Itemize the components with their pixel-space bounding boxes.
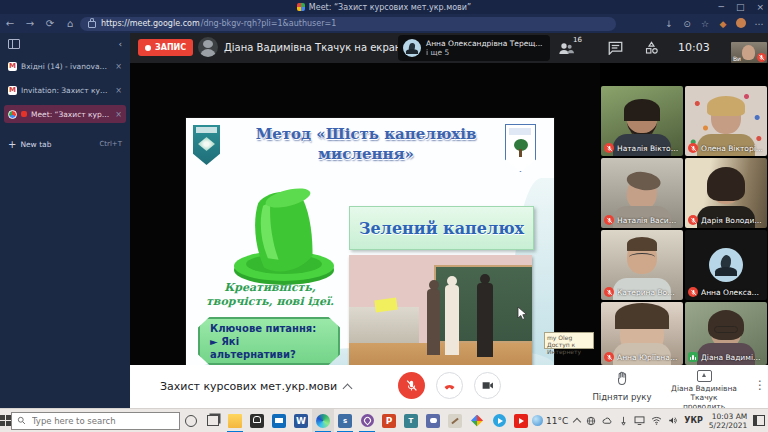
participant-tile[interactable]: Наталія Васил...: [601, 158, 683, 228]
volume-icon[interactable]: [668, 416, 678, 425]
meet-bottom-bar: Захист курсових мет.укр.мови Підняти рук…: [130, 365, 768, 408]
school-emblem-left: [193, 125, 220, 165]
participant-tile[interactable]: Олена Вікторі...: [685, 86, 767, 156]
hidden-icons-chevron[interactable]: [573, 417, 581, 425]
hand-icon: [615, 371, 629, 386]
close-button[interactable]: ×: [756, 0, 764, 14]
participant-pip[interactable]: Анна Олександрівна Терещ... і ще 5: [398, 35, 550, 61]
pip-avatar: [403, 39, 421, 57]
microsoft-store-icon[interactable]: [246, 409, 268, 432]
vertical-tabs-icon[interactable]: [8, 39, 20, 49]
telegram-icon[interactable]: [488, 409, 510, 432]
person-figure: [477, 283, 493, 357]
change-layout-icon[interactable]: [644, 40, 659, 59]
maximize-button[interactable]: □: [736, 0, 745, 14]
tray-date: 5/22/2021: [709, 421, 747, 430]
pip-more-count: і ще 5: [426, 48, 543, 57]
discord-app-icon[interactable]: [422, 409, 444, 432]
pen-icon[interactable]: [619, 416, 628, 426]
paint-app-icon[interactable]: [444, 409, 466, 432]
extension-icon[interactable]: ◆: [714, 19, 732, 29]
file-explorer-icon[interactable]: [224, 409, 246, 432]
favorites-star-icon[interactable]: ☆: [696, 19, 714, 29]
tray-clock[interactable]: 10:03 AM 5/22/2021: [709, 412, 747, 430]
participants-icon[interactable]: 16: [558, 40, 574, 59]
minimize-button[interactable]: ─: [719, 0, 724, 14]
participant-name: Дарія Володи...: [701, 216, 762, 225]
participant-tile[interactable]: Анна Юріївна ...: [601, 302, 683, 365]
participants-count: 16: [573, 36, 582, 44]
participant-tile[interactable]: Наталія Віктор...: [601, 86, 683, 156]
lock-icon: [88, 21, 96, 28]
gmail-favicon-icon: M: [8, 86, 17, 95]
browser-toolbar: ← → ⟳ ⌂ https://meet.google.com/dng-bkgv…: [0, 14, 768, 33]
window-titlebar: Meet: “Захист курсових мет.укр.мови” ─ □…: [0, 0, 768, 14]
raise-hand-button[interactable]: Підняти руку: [592, 371, 652, 402]
presentation-stage: Метод «Шість капелюхів мислення» Зелений…: [130, 63, 600, 365]
participant-tile[interactable]: Діана Вадимів...: [685, 302, 767, 365]
gmail-favicon-icon: M: [8, 62, 17, 71]
participant-tile[interactable]: Катерина Вол...: [601, 230, 683, 300]
skype-app-icon[interactable]: s: [334, 409, 356, 432]
participant-tile[interactable]: Дарія Володи...: [685, 158, 767, 228]
school-emblem-right: [505, 124, 536, 172]
screen: Meet: “Захист курсових мет.укр.мови” ─ □…: [0, 0, 768, 432]
collapse-pane-icon[interactable]: ‹: [118, 39, 122, 49]
language-indicator[interactable]: УКР: [684, 416, 703, 425]
chat-icon[interactable]: [608, 40, 623, 59]
more-options-icon[interactable]: ⋮: [754, 378, 766, 392]
edge-browser-icon[interactable]: [312, 409, 334, 432]
tab-close-icon[interactable]: ×: [115, 86, 122, 95]
network-globe-icon[interactable]: [586, 416, 596, 426]
tab-close-icon[interactable]: ×: [115, 62, 122, 71]
photos-pinwheel-icon[interactable]: [466, 409, 488, 432]
profile-avatar[interactable]: [732, 18, 750, 30]
forward-icon[interactable]: →: [20, 18, 40, 29]
youtube-icon[interactable]: [510, 409, 532, 432]
participant-avatar: [709, 248, 743, 282]
taskbar-search[interactable]: [11, 412, 180, 430]
slide-heading: Зелений капелюх: [359, 219, 524, 238]
home-icon[interactable]: ⌂: [60, 18, 80, 29]
viber-icon[interactable]: [356, 409, 378, 432]
read-aloud-icon[interactable]: ⊙: [678, 19, 696, 29]
wifi-icon[interactable]: [651, 416, 662, 425]
tab-recording-icon: [21, 111, 27, 117]
participant-tile[interactable]: Анна Олексан...: [685, 230, 767, 300]
presenting-banner: Діана Вадимівна Ткачук на екрані: [224, 42, 404, 53]
meeting-name[interactable]: Захист курсових мет.укр.мови: [160, 380, 351, 393]
person-figure: [445, 285, 459, 355]
address-bar[interactable]: https://meet.google.com/dng-bkgv-rqh?pli…: [80, 17, 616, 31]
tab-meet-active[interactable]: Meet: “Захист курсових ме ×: [4, 105, 126, 123]
refresh-icon[interactable]: ⟳: [40, 18, 60, 29]
mic-toggle-button[interactable]: [398, 372, 425, 399]
meeting-clock: 10:03: [678, 41, 710, 54]
cortana-icon[interactable]: [180, 409, 202, 432]
self-view-tile[interactable]: Ви: [731, 42, 767, 63]
onedrive-cloud-icon[interactable]: [602, 416, 613, 425]
teams-app-icon[interactable]: T: [400, 409, 422, 432]
url-domain: https://meet.google.com: [101, 19, 200, 28]
downloads-icon[interactable]: ↓: [660, 19, 678, 29]
action-center-icon[interactable]: [753, 415, 765, 426]
leave-call-button[interactable]: [436, 372, 463, 399]
search-input[interactable]: [30, 415, 174, 427]
participant-name: Анна Олексан...: [701, 288, 763, 297]
tab-close-icon[interactable]: ×: [115, 110, 122, 119]
tab-gmail-inbox[interactable]: M Вхідні (14) - ivanovaanna0@g ×: [4, 57, 126, 75]
mail-app-icon[interactable]: [268, 409, 290, 432]
tab-invitation[interactable]: M Invitation: Захист курсових мет ×: [4, 81, 126, 99]
mic-muted-icon: [688, 287, 698, 297]
display-icon[interactable]: [634, 416, 645, 425]
meet-app: ЗАПИС Діана Вадимівна Ткачук на екрані А…: [130, 33, 768, 408]
powerpoint-icon[interactable]: P: [378, 409, 400, 432]
new-tab-button[interactable]: + New tab Ctrl+T: [4, 135, 126, 153]
start-button[interactable]: [0, 409, 11, 432]
browser-menu-icon[interactable]: ⋯: [750, 19, 768, 29]
weather-widget[interactable]: 11°C: [532, 415, 568, 426]
back-icon[interactable]: ←: [0, 18, 20, 29]
word-icon[interactable]: W: [290, 409, 312, 432]
task-view-icon[interactable]: [202, 409, 224, 432]
mic-muted-icon: [604, 352, 614, 362]
camera-toggle-button[interactable]: [474, 372, 501, 399]
